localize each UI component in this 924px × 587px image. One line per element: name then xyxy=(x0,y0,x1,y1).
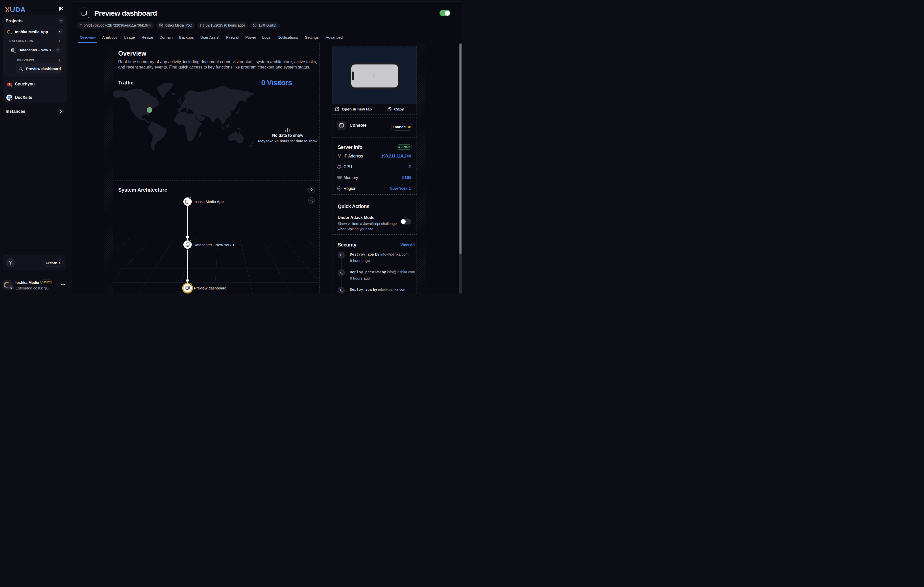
svg-text:DOCX: DOCX xyxy=(8,96,11,98)
